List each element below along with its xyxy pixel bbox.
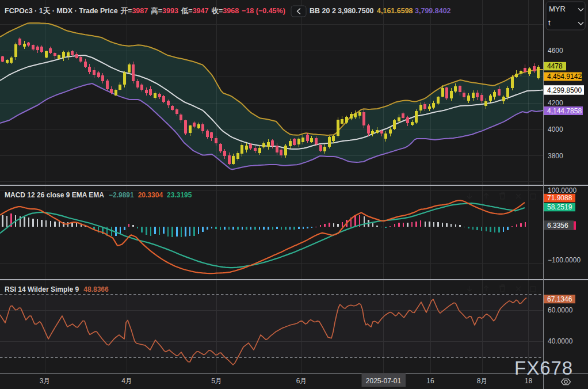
svg-text:5月: 5月 [211,377,222,385]
svg-text:−100.0000: −100.0000 [548,256,581,264]
svg-text:4600: 4600 [548,47,563,55]
svg-text:18: 18 [525,377,533,385]
svg-text:71.9088: 71.9088 [547,194,572,202]
svg-text:2025-07-01: 2025-07-01 [366,377,402,385]
svg-text:6.3356: 6.3356 [547,222,568,230]
svg-text:4478: 4478 [547,62,563,70]
svg-text:4,454.9142: 4,454.9142 [547,73,582,81]
svg-text:4000: 4000 [548,125,563,134]
svg-text:4,161.6598: 4,161.6598 [377,7,413,15]
svg-text:3800: 3800 [548,152,563,160]
svg-text:t: t [548,18,551,27]
svg-text:6月: 6月 [296,377,307,385]
svg-text:FX678: FX678 [514,357,573,379]
svg-text:58.2519: 58.2519 [547,203,572,211]
svg-text:FCPOc3 · 1天 · MDX · Trade Pric: FCPOc3 · 1天 · MDX · Trade Price开=3987高=3… [5,7,285,15]
svg-text:4200: 4200 [548,99,563,107]
svg-text:40.0000: 40.0000 [548,337,573,345]
svg-text:3月: 3月 [40,377,51,385]
svg-text:3,799.8402: 3,799.8402 [415,7,451,15]
svg-text:4月: 4月 [121,377,132,385]
svg-text:100.0000: 100.0000 [548,186,576,194]
svg-text:4,299.8500: 4,299.8500 [547,86,582,94]
svg-text:8月: 8月 [477,377,488,385]
svg-text:4,144.7858: 4,144.7858 [547,107,582,115]
svg-text:MYR: MYR [549,5,566,13]
svg-text:67.1346: 67.1346 [547,295,572,303]
svg-text:16: 16 [426,377,434,385]
svg-text:60.0000: 60.0000 [548,306,573,314]
svg-text:RSI 14 Wilder Simple 948.8366: RSI 14 Wilder Simple 948.8366 [5,285,109,293]
svg-text:3,980.7500: 3,980.7500 [338,7,374,15]
svg-text:BB 20 2: BB 20 2 [310,7,336,15]
